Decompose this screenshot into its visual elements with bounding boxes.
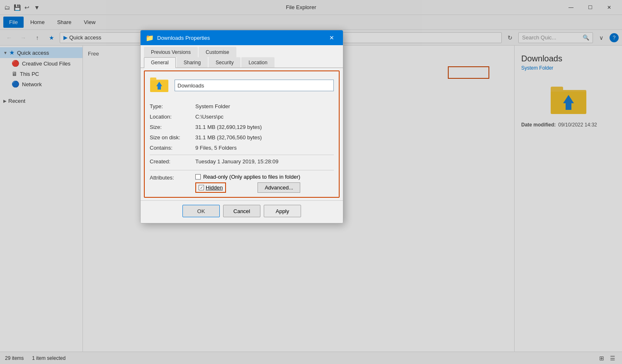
type-value: System Folder [195,103,230,109]
modal-overlay: 📁 Downloads Properties ✕ Previous Versio… [0,0,622,364]
apply-button[interactable]: Apply [264,205,301,217]
hidden-checkbox[interactable] [199,185,204,190]
dialog-tabs-top-row: Previous Versions Customise [141,45,343,57]
size-on-disk-row: Size on disk: 31.1 MB (32,706,560 bytes) [150,132,334,143]
dialog-title-icon: 📁 [146,34,154,42]
advanced-button[interactable]: Advanced... [258,182,300,193]
properties-info: Type: System Folder Location: C:\Users\p… [150,101,334,167]
hidden-advanced-row: Hidden Advanced... [195,182,300,193]
tab-general[interactable]: General [144,57,176,68]
tab-previous-versions[interactable]: Previous Versions [144,47,198,57]
orange-highlight-box: Type: System Folder Location: C:\Users\p… [144,70,340,198]
dialog-folder-header [150,75,334,95]
downloads-properties-dialog: 📁 Downloads Properties ✕ Previous Versio… [140,30,343,223]
contains-label: Contains: [150,145,195,151]
contains-row: Contains: 9 Files, 5 Folders [150,143,334,153]
attributes-controls: Read-only (Only applies to files in fold… [195,174,300,193]
folder-name-input[interactable] [175,80,334,91]
type-row: Type: System Folder [150,101,334,112]
cancel-button[interactable]: Cancel [223,205,260,217]
svg-rect-5 [150,78,156,81]
size-label: Size: [150,124,195,130]
tab-security[interactable]: Security [209,57,241,68]
dialog-close-button[interactable]: ✕ [326,32,338,44]
attributes-section: Attributes: Read-only (Only applies to f… [150,170,334,193]
created-row: Created: Tuesday 1 January 2019, 15:28:0… [150,155,334,167]
dialog-folder-icon [150,75,170,95]
hidden-checkbox-highlight: Hidden [195,182,226,193]
size-on-disk-value: 31.1 MB (32,706,560 bytes) [195,134,262,141]
location-label: Location: [150,114,195,120]
readonly-checkbox[interactable] [195,174,201,180]
size-on-disk-label: Size on disk: [150,134,195,141]
size-row: Size: 31.1 MB (32,690,129 bytes) [150,122,334,132]
attributes-row: Attributes: Read-only (Only applies to f… [150,174,334,193]
readonly-label: Read-only (Only applies to files in fold… [203,174,300,180]
readonly-row: Read-only (Only applies to files in fold… [195,174,300,180]
contains-value: 9 Files, 5 Folders [195,145,237,151]
dialog-tabs-bottom-row: General Sharing Security Location [141,57,343,68]
hidden-label: Hidden [206,184,223,191]
location-row: Location: C:\Users\pc [150,112,334,122]
dialog-titlebar: 📁 Downloads Properties ✕ [141,30,343,45]
created-label: Created: [150,158,195,165]
tab-customise[interactable]: Customise [199,47,236,57]
type-label: Type: [150,103,195,109]
attributes-label: Attributes: [150,174,192,181]
size-value: 31.1 MB (32,690,129 bytes) [195,124,262,130]
dialog-title-text: Downloads Properties [157,35,322,41]
location-value: C:\Users\pc [195,114,224,120]
dialog-footer: OK Cancel Apply [141,200,343,223]
tab-location[interactable]: Location [241,57,274,68]
tab-sharing[interactable]: Sharing [177,57,208,68]
created-value: Tuesday 1 January 2019, 15:28:09 [195,158,278,165]
ok-button[interactable]: OK [182,205,220,217]
